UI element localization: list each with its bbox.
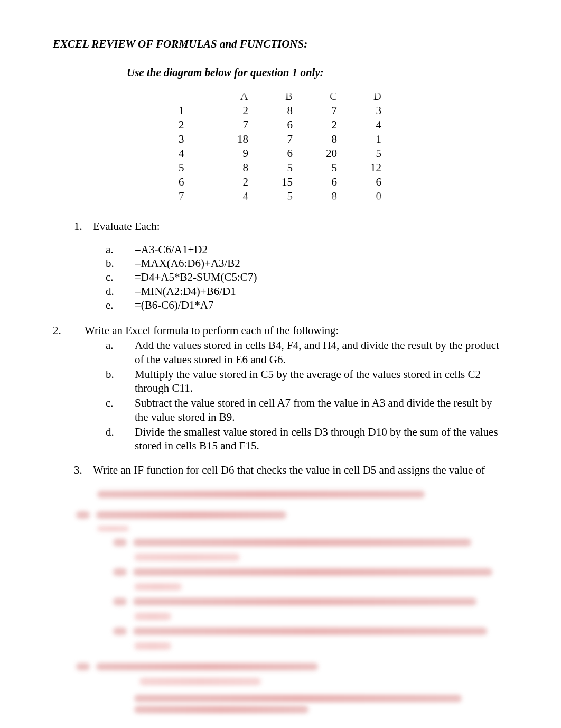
cell: 5 — [258, 161, 302, 175]
table-row: A B C D — [169, 89, 391, 104]
question-2: 2. Write an Excel formula to perform eac… — [53, 324, 508, 453]
list-item: d. Divide the smallest value stored in c… — [106, 425, 508, 453]
cell: 8 — [258, 104, 302, 118]
cell: 8 — [302, 132, 347, 146]
row-header: 7 — [169, 189, 213, 204]
row-header: 6 — [169, 175, 213, 189]
list-item: b. =MAX(A6:D6)+A3/B2 — [106, 256, 508, 270]
item-text: Subtract the value stored in cell A7 fro… — [135, 396, 508, 424]
q2-head: Write an Excel formula to perform each o… — [85, 324, 339, 337]
q1-head: Evaluate Each: — [93, 219, 160, 233]
table-row: 2 7 6 2 4 — [169, 118, 391, 132]
row-header: 1 — [169, 104, 213, 118]
cell: 5 — [258, 189, 302, 204]
row-header: 4 — [169, 146, 213, 161]
list-item: b. Multiply the value stored in C5 by th… — [106, 367, 508, 395]
cell: 2 — [213, 104, 258, 118]
redacted-content — [74, 482, 508, 728]
row-header: 2 — [169, 118, 213, 132]
cell: 5 — [347, 146, 391, 161]
item-text: =D4+A5*B2-SUM(C5:C7) — [135, 270, 257, 284]
item-label: b. — [106, 256, 135, 270]
item-text: Divide the smallest value stored in cell… — [135, 425, 508, 453]
col-header: A — [213, 89, 258, 104]
list-item: d. =MIN(A2:D4)+B6/D1 — [106, 284, 508, 298]
cell: 18 — [213, 132, 258, 146]
table-row: 6 2 15 6 6 — [169, 175, 391, 189]
grid-caption: Use the diagram below for question 1 onl… — [127, 66, 508, 79]
cell: 15 — [258, 175, 302, 189]
page-title: EXCEL REVIEW OF FORMULAS and FUNCTIONS: — [53, 37, 508, 51]
item-label: b. — [106, 367, 135, 395]
cell: 3 — [347, 104, 391, 118]
cell: 7 — [213, 118, 258, 132]
cell: 8 — [213, 161, 258, 175]
cell: 6 — [347, 175, 391, 189]
item-label: c. — [106, 270, 135, 284]
excel-grid: A B C D 1 2 8 7 3 2 7 6 2 4 3 18 7 8 1 4 — [169, 89, 391, 204]
cell: 0 — [347, 189, 391, 204]
cell: 7 — [302, 104, 347, 118]
cell: 8 — [302, 189, 347, 204]
item-label: c. — [106, 396, 135, 424]
list-item: e. =(B6-C6)/D1*A7 — [106, 298, 508, 312]
table-row: 3 18 7 8 1 — [169, 132, 391, 146]
excel-table: A B C D 1 2 8 7 3 2 7 6 2 4 3 18 7 8 1 4 — [169, 89, 391, 204]
col-header: B — [258, 89, 302, 104]
q2-number: 2. — [53, 324, 85, 337]
row-header: 5 — [169, 161, 213, 175]
table-row: 5 8 5 5 12 — [169, 161, 391, 175]
q3-number: 3. — [74, 463, 93, 477]
item-label: a. — [106, 338, 135, 366]
item-text: =MIN(A2:D4)+B6/D1 — [135, 284, 236, 298]
item-text: =MAX(A6:D6)+A3/B2 — [135, 256, 240, 270]
q3-text: Write an IF function for cell D6 that ch… — [93, 463, 508, 477]
question-3: 3. Write an IF function for cell D6 that… — [74, 463, 508, 477]
col-header: C — [302, 89, 347, 104]
question-1: 1. Evaluate Each: a. =A3-C6/A1+D2 b. =MA… — [53, 219, 508, 312]
list-item: c. Subtract the value stored in cell A7 … — [106, 396, 508, 424]
table-row: 7 4 5 8 0 — [169, 189, 391, 204]
item-label: e. — [106, 298, 135, 312]
item-label: d. — [106, 284, 135, 298]
cell: 6 — [258, 118, 302, 132]
cell: 7 — [258, 132, 302, 146]
item-text: Add the values stored in cells B4, F4, a… — [135, 338, 508, 366]
item-text: Multiply the value stored in C5 by the a… — [135, 367, 508, 395]
cell: 6 — [258, 146, 302, 161]
cell: 4 — [213, 189, 258, 204]
cell: 6 — [302, 175, 347, 189]
list-item: c. =D4+A5*B2-SUM(C5:C7) — [106, 270, 508, 284]
list-item: a. =A3-C6/A1+D2 — [106, 243, 508, 256]
cell: 2 — [302, 118, 347, 132]
cell: 5 — [302, 161, 347, 175]
col-header: D — [347, 89, 391, 104]
item-text: =A3-C6/A1+D2 — [135, 243, 208, 256]
q1-number: 1. — [74, 219, 93, 233]
row-header: 3 — [169, 132, 213, 146]
cell: 2 — [213, 175, 258, 189]
list-item: a. Add the values stored in cells B4, F4… — [106, 338, 508, 366]
cell: 9 — [213, 146, 258, 161]
cell: 20 — [302, 146, 347, 161]
table-row: 1 2 8 7 3 — [169, 104, 391, 118]
item-label: a. — [106, 243, 135, 256]
item-label: d. — [106, 425, 135, 453]
table-row: 4 9 6 20 5 — [169, 146, 391, 161]
cell: 1 — [347, 132, 391, 146]
cell: 4 — [347, 118, 391, 132]
cell: 12 — [347, 161, 391, 175]
item-text: =(B6-C6)/D1*A7 — [135, 298, 214, 312]
